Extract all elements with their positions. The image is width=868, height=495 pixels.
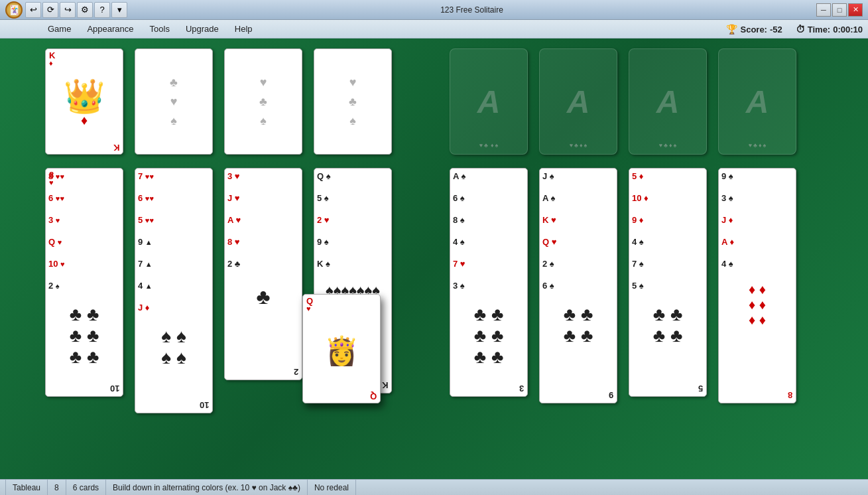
toolbar-btn-1[interactable]: ↩ — [25, 2, 41, 18]
score-label: Score: — [740, 25, 767, 35]
foundation-suits-4: ♥♣♦♠ — [749, 142, 767, 149]
toolbar-btn-4[interactable]: ⚙ — [77, 2, 93, 18]
tab5-col[interactable]: A ♠ 6 ♠ 8 ♠ 4 ♠ 7 ♥ 3 ♠ ♣ ♣ ♣ ♣ ♣ ♣ 3 — [450, 168, 528, 397]
tableau-col3-placeholder[interactable]: ♥ ♣ ♠ — [224, 48, 302, 155]
foundation-2[interactable]: A ♥♣♦♠ — [539, 48, 617, 155]
scorebar: 🏆 Score: -52 ⏱ Time: 0:00:10 — [726, 20, 863, 38]
time-display: ⏱ Time: 0:00:10 — [796, 24, 863, 35]
menu-upgrade[interactable]: Upgrade — [178, 21, 227, 36]
menu-tools[interactable]: Tools — [142, 21, 178, 36]
game-area[interactable]: K ♦ K 👑 ♦ ♣ ♥ ♠ ♥ ♣ ♠ — [0, 38, 868, 479]
toolbar-btn-5[interactable]: ? — [94, 2, 110, 18]
tab1-card1[interactable]: 8 ♥ 8 ♥♥ 6 ♥♥ 3 ♥ Q ♥ 10 ♥ 2 ♠ ♣ ♣ ♣ ♣ ♣… — [45, 168, 123, 397]
tab8-col[interactable]: 9 ♠ 3 ♠ J ♦ A ♦ 4 ♠ ♦ ♦ ♦ ♦ ♦ ♦ 8 — [718, 168, 796, 403]
time-label: Time: — [808, 25, 830, 35]
toolbar-btn-6[interactable]: ▾ — [111, 2, 127, 18]
clock-icon: ⏱ — [796, 24, 805, 35]
score-display: 🏆 Score: -52 — [726, 24, 782, 35]
tab3-card1[interactable]: 3 ♥ J ♥ A ♥ 8 ♥ 2 ♣ ♣ 2 — [224, 168, 302, 380]
tab7-col[interactable]: 5 ♦ 10 ♦ 9 ♦ 4 ♠ 7 ♠ 5 ♠ ♣ ♣ ♣ ♣ 5 — [629, 168, 707, 397]
statusbar: Tableau 8 6 cards Build down in alternat… — [0, 479, 868, 495]
dragged-queen-hearts[interactable]: Q ♥ Q 👸 — [302, 294, 381, 403]
status-redeal: No redeal — [308, 480, 356, 495]
titlebar: 🃏 ↩ ⟳ ↪ ⚙ ? ▾ 123 Free Solitaire ─ □ ✕ — [0, 0, 868, 20]
foundation-suits-3: ♥♣♦♠ — [659, 142, 677, 149]
tab2-card1[interactable]: 7 ♥♥ 6 ♥♥ 5 ♥♥ 9 ▲ 7 ▲ 4 ▲ J ♦ ♠ ♠ ♠ ♠ 1… — [135, 168, 213, 413]
tableau-col1-top[interactable]: K ♦ K 👑 ♦ — [45, 48, 123, 155]
tableau-col4-placeholder[interactable]: ♥ ♣ ♠ — [314, 48, 392, 155]
score-value: -52 — [770, 25, 782, 35]
foundation-a-label: A — [746, 84, 769, 120]
tab6-col[interactable]: J ♠ A ♠ K ♥ Q ♥ 2 ♠ 6 ♠ ♣ ♣ ♣ ♣ 9 — [539, 168, 617, 403]
score-icon: 🏆 — [726, 24, 737, 35]
foundation-suits: ♥♣♦♠ — [479, 142, 499, 149]
foundation-a-label: A — [567, 84, 590, 120]
status-columns: 8 — [48, 480, 66, 495]
status-rule: Build down in alternating colors (ex. 10… — [106, 480, 308, 495]
close-button[interactable]: ✕ — [848, 3, 863, 17]
foundation-1[interactable]: A ♥♣♦♠ — [450, 48, 528, 155]
foundation-a-label: A — [656, 84, 680, 120]
minimize-button[interactable]: ─ — [816, 3, 831, 17]
menu-help[interactable]: Help — [227, 21, 261, 36]
status-cards: 6 cards — [66, 480, 106, 495]
foundation-3[interactable]: A ♥♣♦♠ — [629, 48, 707, 155]
window-title: 123 Free Solitaire — [127, 5, 816, 15]
maximize-button[interactable]: □ — [832, 3, 847, 17]
foundation-4[interactable]: A ♥♣♦♠ — [718, 48, 796, 155]
toolbar-btn-2[interactable]: ⟳ — [42, 2, 58, 18]
time-value: 0:00:10 — [833, 25, 863, 35]
card-rank-br: K — [113, 143, 119, 152]
titlebar-left: 🃏 ↩ ⟳ ↪ ⚙ ? ▾ — [5, 1, 127, 19]
tableau-col2-placeholder[interactable]: ♣ ♥ ♠ — [135, 48, 213, 155]
window-controls: ─ □ ✕ — [816, 3, 863, 17]
foundation-suits-2: ♥♣♦♠ — [570, 142, 588, 149]
app-icon: 🃏 — [5, 1, 23, 19]
toolbar-icons: ↩ ⟳ ↪ ⚙ ? ▾ — [25, 2, 127, 18]
menu-appearance[interactable]: Appearance — [79, 21, 141, 36]
menu-game[interactable]: Game — [40, 21, 79, 36]
foundation-a-label: A — [477, 84, 501, 120]
status-type: Tableau — [5, 480, 48, 495]
toolbar-btn-3[interactable]: ↪ — [60, 2, 76, 18]
